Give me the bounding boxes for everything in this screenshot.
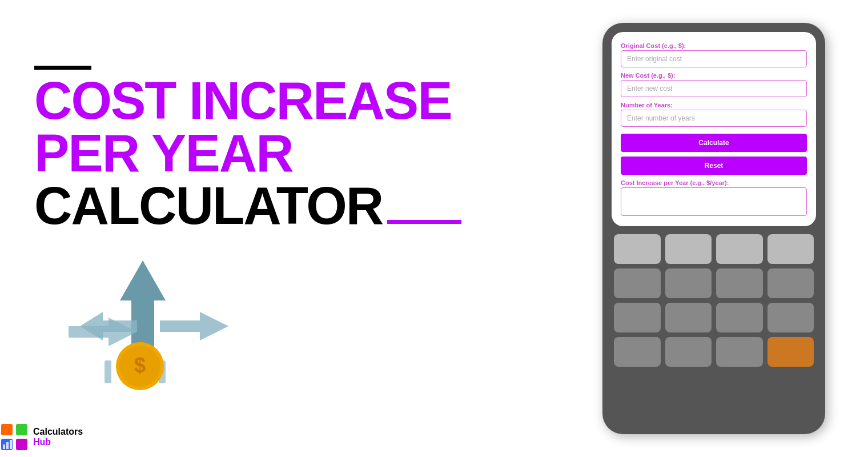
logo-hub: Hub xyxy=(33,437,83,447)
svg-text:$: $ xyxy=(134,354,146,377)
key-10[interactable] xyxy=(665,303,712,332)
key-1[interactable] xyxy=(614,234,661,264)
top-decorative-line xyxy=(34,66,91,70)
years-field: Number of Years: xyxy=(621,102,807,127)
calculate-button[interactable]: Calculate xyxy=(621,134,807,152)
key-7[interactable] xyxy=(716,268,763,298)
years-input[interactable] xyxy=(621,110,807,127)
key-12[interactable] xyxy=(767,303,814,332)
reset-button[interactable]: Reset xyxy=(621,157,807,175)
key-5[interactable] xyxy=(614,268,661,298)
new-cost-input[interactable] xyxy=(621,80,807,97)
key-4[interactable] xyxy=(767,234,814,264)
key-orange[interactable] xyxy=(767,337,814,367)
title-line1: COST INCREASE xyxy=(34,74,463,127)
key-8[interactable] xyxy=(767,268,814,298)
original-cost-label: Original Cost (e.g., $): xyxy=(621,42,807,49)
right-section: Original Cost (e.g., $): New Cost (e.g.,… xyxy=(594,23,834,434)
new-cost-label: New Cost (e.g., $): xyxy=(621,72,807,79)
key-9[interactable] xyxy=(614,303,661,332)
title-line3: CALCULATOR xyxy=(34,179,463,232)
new-cost-field: New Cost (e.g., $): xyxy=(621,72,807,97)
key-3[interactable] xyxy=(716,234,763,264)
svg-marker-3 xyxy=(160,312,228,340)
key-11[interactable] xyxy=(716,303,763,332)
cost-increase-svg: $ xyxy=(34,249,251,398)
calculator-device: Original Cost (e.g., $): New Cost (e.g.,… xyxy=(602,23,825,434)
left-section: COST INCREASE PER YEAR CALCULATOR xyxy=(34,60,463,398)
svg-rect-15 xyxy=(6,442,9,449)
key-2[interactable] xyxy=(665,234,712,264)
logo-calculators: Calculators xyxy=(33,427,83,437)
svg-rect-16 xyxy=(10,440,12,449)
svg-rect-13 xyxy=(16,439,27,450)
logo-area: Calculators Hub xyxy=(0,423,83,451)
bottom-decorative-bar xyxy=(387,220,461,224)
svg-rect-4 xyxy=(105,360,111,383)
original-cost-input[interactable] xyxy=(621,50,807,67)
illustration: $ xyxy=(34,249,251,398)
title-line2: PER YEAR xyxy=(34,127,463,179)
calculator-keypad xyxy=(612,232,816,369)
key-14[interactable] xyxy=(665,337,712,367)
key-15[interactable] xyxy=(716,337,763,367)
svg-rect-11 xyxy=(16,424,27,435)
result-label: Cost Increase per Year (e.g., $/year): xyxy=(621,179,807,186)
years-label: Number of Years: xyxy=(621,102,807,109)
svg-rect-10 xyxy=(1,424,13,435)
result-value xyxy=(621,187,807,216)
result-field: Cost Increase per Year (e.g., $/year): xyxy=(621,179,807,216)
key-6[interactable] xyxy=(665,268,712,298)
key-13[interactable] xyxy=(614,337,661,367)
logo-icon xyxy=(0,423,29,451)
svg-rect-14 xyxy=(3,444,5,449)
logo-text: Calculators Hub xyxy=(33,427,83,447)
calculator-screen: Original Cost (e.g., $): New Cost (e.g.,… xyxy=(612,32,816,226)
original-cost-field: Original Cost (e.g., $): xyxy=(621,42,807,67)
